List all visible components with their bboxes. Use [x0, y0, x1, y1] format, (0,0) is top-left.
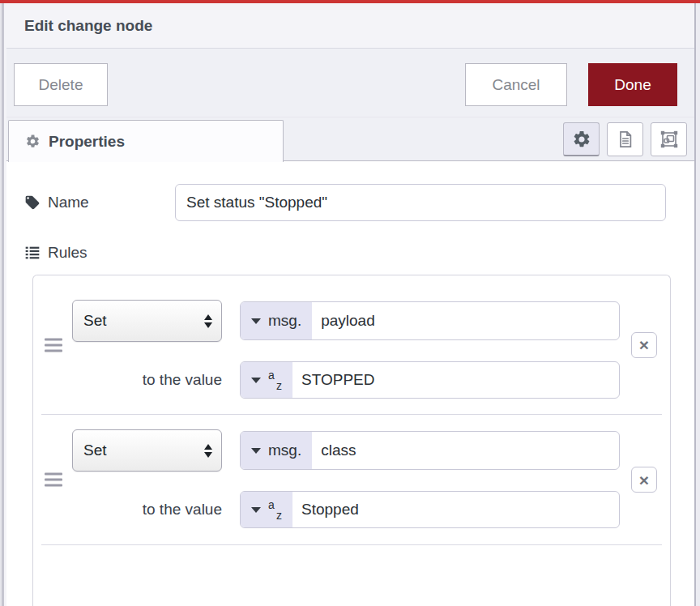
rule1-value-type-button[interactable]: a z — [241, 362, 292, 398]
msg-prefix-label: msg. — [268, 442, 301, 459]
rule-row-2: Set msg. — [33, 415, 670, 544]
dialog-button-bar: Delete Cancel Done — [6, 49, 694, 117]
rule2-value-line: to the value a z — [72, 491, 620, 528]
rule2-value-typed-input: a z — [240, 491, 620, 528]
chevron-down-icon — [251, 378, 261, 383]
chevron-down-icon — [251, 507, 261, 513]
rule-divider — [41, 544, 662, 545]
rule1-value-input[interactable] — [292, 362, 619, 398]
rule1-value-line: to the value a z — [72, 361, 620, 399]
rule1-property-input[interactable] — [312, 302, 619, 339]
rule2-value-input[interactable] — [292, 492, 619, 527]
cancel-button[interactable]: Cancel — [465, 63, 567, 106]
list-icon — [24, 245, 41, 261]
tab-properties-label: Properties — [49, 133, 125, 151]
appearance-icon — [659, 130, 679, 149]
rule2-property-input[interactable] — [312, 432, 619, 469]
rule1-to-label: to the value — [72, 371, 222, 389]
gear-icon — [572, 130, 591, 149]
tab-properties[interactable]: Properties — [8, 120, 284, 162]
rule2-to-label: to the value — [72, 501, 222, 519]
editor-type-buttons — [563, 122, 687, 156]
rule1-property-type-button[interactable]: msg. — [241, 302, 312, 339]
done-button[interactable]: Done — [588, 63, 677, 106]
dialog-header: Edit change node — [6, 3, 694, 49]
name-row: Name — [24, 184, 666, 221]
rules-label-text: Rules — [48, 244, 88, 262]
chevron-down-icon — [251, 448, 261, 454]
rule2-value-type-button[interactable]: a z — [241, 492, 292, 527]
rule1-property-line: Set msg. — [72, 300, 620, 342]
dialog-main: Edit change node Delete Cancel Done Prop… — [6, 3, 694, 606]
editor-tab-bar: Properties — [6, 117, 694, 161]
select-arrows-icon — [204, 444, 212, 458]
select-arrows-icon — [204, 314, 212, 328]
string-type-icon: a z — [268, 369, 282, 391]
gear-icon — [25, 134, 41, 149]
document-icon — [616, 130, 635, 149]
name-field-label: Name — [24, 194, 175, 211]
rule2-remove-button[interactable]: × — [631, 467, 657, 493]
rules-section-label: Rules — [24, 244, 88, 262]
node-description-button[interactable] — [607, 122, 643, 156]
dialog-title: Edit change node — [24, 17, 152, 35]
properties-panel: Name Rules — [6, 161, 694, 606]
name-label-text: Name — [48, 194, 89, 211]
rule1-value-typed-input: a z — [240, 361, 620, 399]
rule2-property-typed-input: msg. — [240, 431, 620, 470]
rule2-action-select[interactable]: Set — [72, 429, 222, 472]
edit-change-node-dialog: Edit change node Delete Cancel Done Prop… — [0, 0, 700, 606]
editor-header-strip — [0, 0, 700, 3]
drag-handle-icon[interactable] — [45, 473, 62, 487]
editor-left-edge — [0, 3, 6, 606]
rule2-property-line: Set msg. — [72, 429, 620, 472]
node-appearance-button[interactable] — [651, 122, 687, 156]
chevron-down-icon — [251, 318, 261, 324]
rule-row-1: Set msg. — [33, 275, 670, 414]
rule2-property-type-button[interactable]: msg. — [241, 432, 312, 469]
name-input[interactable] — [175, 184, 666, 221]
rule1-action-value: Set — [83, 312, 107, 330]
rule2-action-value: Set — [83, 442, 107, 459]
editor-right-edge — [694, 3, 700, 606]
rule1-action-select[interactable]: Set — [72, 300, 222, 342]
tag-icon — [24, 194, 41, 211]
rules-container: Set msg. — [32, 275, 671, 606]
msg-prefix-label: msg. — [268, 312, 301, 330]
delete-button[interactable]: Delete — [14, 63, 108, 106]
node-properties-button[interactable] — [563, 122, 600, 156]
rule1-remove-button[interactable]: × — [631, 332, 657, 358]
string-type-icon: a z — [268, 499, 282, 521]
rule1-property-typed-input: msg. — [240, 301, 620, 340]
drag-handle-icon[interactable] — [45, 338, 62, 352]
